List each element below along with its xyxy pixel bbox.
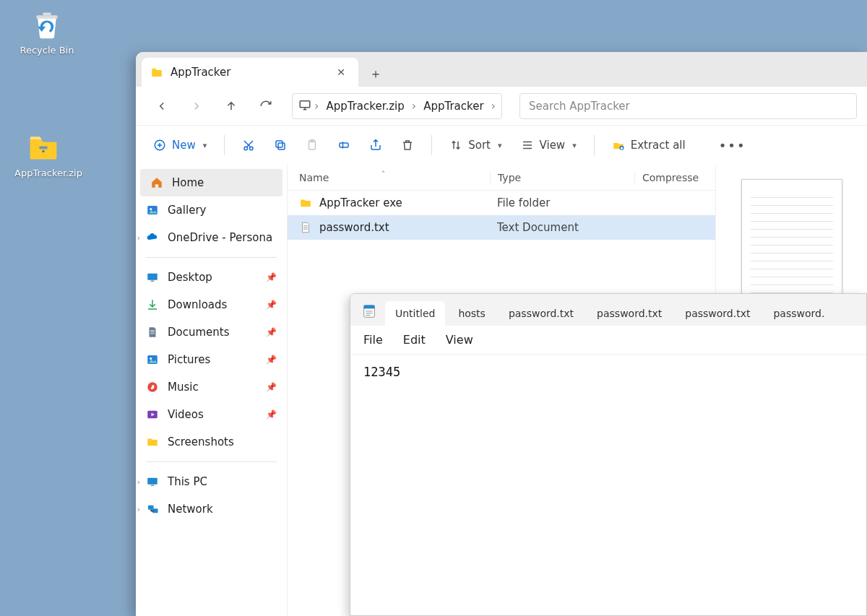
notepad-tab-label: password. — [773, 308, 824, 319]
column-header-compressed[interactable]: Compresse — [634, 172, 715, 183]
cut-button[interactable] — [235, 132, 262, 158]
desktop-icon-label: Recycle Bin — [18, 45, 76, 56]
notepad-tab[interactable]: Untitled — [385, 301, 445, 326]
svg-rect-9 — [276, 141, 282, 147]
new-tab-button[interactable]: ＋ — [363, 61, 389, 87]
explorer-navbar: › AppTracker.zip › AppTracker › Search A… — [136, 87, 867, 126]
file-row[interactable]: AppTracker exe File folder — [288, 191, 715, 215]
search-input[interactable]: Search AppTracker — [519, 93, 857, 119]
breadcrumb: › AppTracker.zip › AppTracker › — [292, 93, 502, 119]
file-type: Text Document — [490, 221, 634, 234]
svg-rect-2 — [40, 147, 48, 148]
sidebar-item-desktop[interactable]: Desktop📌 — [136, 264, 287, 291]
view-button[interactable]: View▾ — [514, 132, 584, 158]
pc-icon — [146, 475, 159, 488]
sidebar-item-onedrive[interactable]: ›OneDrive - Persona — [136, 224, 287, 251]
desktop-icon-label: AppTracker.zip — [14, 168, 72, 178]
pin-icon: 📌 — [266, 272, 277, 282]
copy-button[interactable] — [267, 132, 294, 158]
delete-button[interactable] — [394, 132, 421, 158]
chevron-down-icon: ▾ — [572, 141, 577, 150]
explorer-toolbar: New▾ Sort▾ View▾ Extract all ••• — [136, 126, 867, 165]
notepad-tab[interactable]: password.txt — [675, 301, 760, 326]
search-placeholder: Search AppTracker — [529, 100, 630, 113]
nav-refresh-button[interactable] — [250, 93, 282, 119]
chevron-right-icon: › — [491, 99, 496, 113]
desktop-icon-recycle-bin[interactable]: Recycle Bin — [18, 7, 76, 56]
notepad-tab[interactable]: password.txt — [587, 301, 672, 326]
sidebar-item-pictures[interactable]: Pictures📌 — [136, 346, 287, 373]
sidebar-item-home[interactable]: Home — [140, 169, 282, 196]
svg-rect-12 — [340, 143, 348, 147]
desktop-icon-zip[interactable]: AppTracker.zip — [14, 130, 72, 178]
sidebar-item-network[interactable]: ›Network — [136, 495, 287, 523]
breadcrumb-segment[interactable]: AppTracker — [419, 97, 488, 116]
file-name: AppTracker exe — [319, 196, 402, 209]
network-icon — [146, 503, 159, 516]
explorer-tab-title: AppTracker — [171, 66, 230, 79]
rename-button[interactable] — [330, 132, 358, 158]
sidebar-item-label: This PC — [168, 475, 207, 488]
tab-close-button[interactable]: ✕ — [332, 64, 350, 81]
column-header-name[interactable]: Name˄ — [288, 172, 490, 183]
explorer-tab[interactable]: AppTracker ✕ — [142, 58, 358, 87]
sort-indicator-icon: ˄ — [381, 170, 385, 178]
nav-up-button[interactable] — [215, 93, 247, 119]
nav-forward-button[interactable] — [181, 93, 212, 119]
view-button-label: View — [540, 139, 566, 152]
sort-button[interactable]: Sort▾ — [442, 132, 509, 158]
share-button[interactable] — [362, 132, 389, 158]
sidebar-item-label: OneDrive - Persona — [168, 231, 272, 244]
paste-button[interactable] — [298, 132, 326, 158]
nav-back-button[interactable] — [146, 93, 178, 119]
zip-folder-icon — [26, 130, 61, 165]
downloads-icon — [146, 298, 159, 311]
new-button[interactable]: New▾ — [146, 132, 214, 158]
menu-file[interactable]: File — [363, 333, 383, 347]
gallery-icon — [146, 204, 159, 217]
notepad-tab[interactable]: password. — [763, 301, 834, 326]
column-header-type[interactable]: Type — [490, 172, 634, 183]
sidebar-item-label: Videos — [168, 408, 204, 421]
breadcrumb-segment[interactable]: AppTracker.zip — [322, 97, 408, 116]
notepad-content[interactable]: 12345 — [350, 355, 866, 615]
notepad-window: Untitled hosts password.txt password.txt… — [350, 293, 867, 616]
svg-rect-4 — [300, 100, 310, 107]
notepad-tab[interactable]: password.txt — [499, 301, 584, 326]
desktop-icon — [146, 271, 159, 284]
music-icon — [146, 381, 159, 394]
preview-thumbnail — [741, 179, 842, 309]
sidebar-item-videos[interactable]: Videos📌 — [136, 401, 287, 428]
svg-point-7 — [250, 147, 254, 150]
sidebar-item-documents[interactable]: Documents📌 — [136, 318, 287, 346]
chevron-down-icon: ▾ — [498, 141, 502, 150]
explorer-sidebar: Home Gallery ›OneDrive - Persona Desktop… — [136, 165, 288, 616]
folder-icon — [299, 196, 312, 209]
extract-all-button[interactable]: Extract all — [605, 132, 693, 158]
file-row[interactable]: password.txt Text Document — [288, 215, 715, 240]
explorer-tabbar: AppTracker ✕ ＋ — [136, 52, 867, 87]
svg-rect-23 — [151, 485, 155, 487]
sidebar-item-thispc[interactable]: ›This PC — [136, 468, 287, 495]
sidebar-item-label: Pictures — [168, 353, 210, 366]
menu-edit[interactable]: Edit — [403, 333, 426, 347]
sidebar-item-label: Downloads — [168, 298, 227, 311]
chevron-right-icon[interactable]: › — [136, 505, 144, 514]
pin-icon: 📌 — [266, 327, 277, 337]
pc-icon[interactable] — [298, 98, 311, 114]
chevron-right-icon[interactable]: › — [136, 477, 144, 487]
sidebar-item-music[interactable]: Music📌 — [136, 373, 287, 401]
more-button[interactable]: ••• — [712, 132, 754, 158]
chevron-right-icon: › — [314, 99, 319, 113]
svg-rect-0 — [36, 15, 57, 19]
sidebar-item-screenshots[interactable]: Screenshots — [136, 428, 287, 456]
sidebar-item-gallery[interactable]: Gallery — [136, 196, 287, 224]
sidebar-item-downloads[interactable]: Downloads📌 — [136, 291, 287, 318]
pin-icon: 📌 — [266, 409, 277, 420]
notepad-tab-label: Untitled — [395, 308, 435, 319]
sidebar-item-label: Music — [168, 381, 199, 394]
pin-icon: 📌 — [266, 382, 277, 392]
notepad-tab[interactable]: hosts — [448, 301, 496, 326]
chevron-right-icon[interactable]: › — [136, 233, 144, 243]
menu-view[interactable]: View — [446, 333, 473, 347]
